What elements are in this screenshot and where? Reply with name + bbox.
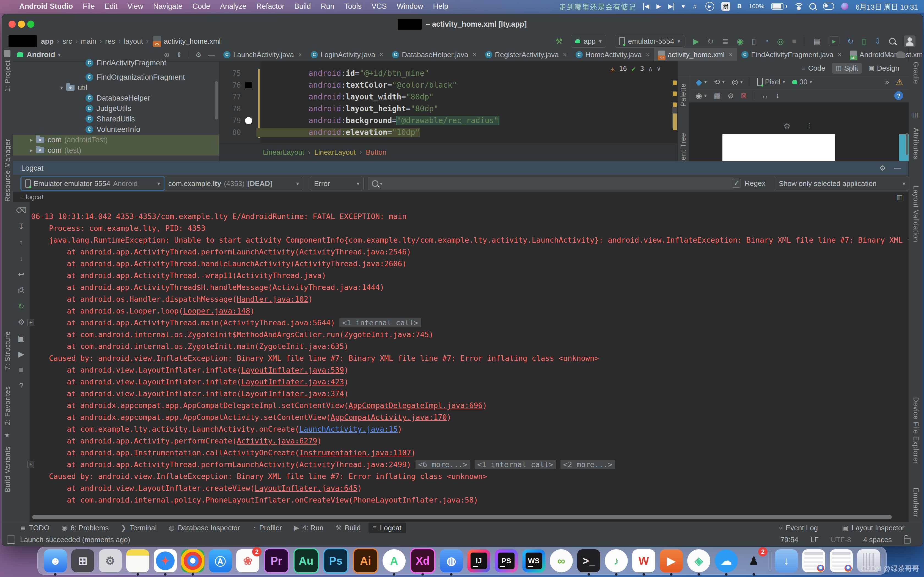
api-version-select[interactable]: 30▾ [792, 78, 812, 86]
sdk-manager-icon[interactable]: ⇩ [874, 37, 881, 46]
tree-item-databasehelper[interactable]: CDatabaseHelper [13, 93, 219, 103]
project-scrollbar[interactable] [215, 81, 218, 119]
logcat-device-select[interactable]: Emulator emulator-5554 Android ▾ [21, 177, 164, 190]
menu-navigate[interactable]: Navigate [153, 2, 183, 11]
apply-code-changes-icon[interactable]: ≣ [722, 37, 729, 46]
horizontal-arrows-icon[interactable]: ↔ [761, 92, 769, 100]
stack-trace-link[interactable]: AppCompatDelegateImpl.java:696 [349, 401, 483, 410]
control-center-icon[interactable] [823, 3, 834, 10]
logcat-search-input[interactable]: ▾ [368, 177, 733, 190]
gradle-elephant-icon[interactable] [896, 52, 905, 58]
collapsed-frames-badge[interactable]: <1 internal call> [339, 318, 421, 327]
logcat-settings-gear-icon[interactable]: ⚙ [879, 164, 886, 172]
logcat-view-tab[interactable]: ≡ logcat [19, 192, 44, 202]
menu-view[interactable]: View [127, 2, 143, 11]
code-line-78[interactable]: 78android:layout_height="80dp" [219, 103, 677, 114]
screenshot-icon[interactable]: ▣ [16, 333, 26, 343]
tree-item-com[interactable]: ▸com(androidTest) [13, 135, 219, 145]
restart-icon[interactable]: ↻ [16, 301, 26, 311]
dock-notes[interactable] [126, 549, 149, 572]
overflow-chevrons-icon[interactable]: » [885, 78, 889, 86]
menu-build[interactable]: Build [294, 2, 311, 11]
tool-button-gradle[interactable]: Gradle [912, 62, 920, 84]
dock-audition[interactable]: Au [293, 548, 319, 574]
up-stack-trace-icon[interactable]: ↑ [16, 237, 26, 247]
attach-debugger-icon[interactable]: ◎ [777, 37, 784, 46]
dock-terminal[interactable]: >_ [577, 549, 600, 572]
stack-trace-link[interactable]: Looper.java:148 [183, 307, 250, 315]
stack-trace-link[interactable]: LayoutInflater.java:423 [241, 377, 344, 386]
indent-setting[interactable]: 4 spaces [863, 535, 892, 544]
dock-adobe-xd[interactable]: Xd [410, 548, 435, 574]
code-line-76[interactable]: 76android:textColor="@color/black" [219, 79, 677, 91]
breadcrumb-item[interactable]: layout [124, 37, 143, 46]
logcat-filter-select[interactable]: Show only selected application ▾ [775, 177, 909, 190]
dock-android-tool[interactable]: A [383, 549, 405, 572]
run-button[interactable]: ▶ [693, 37, 699, 46]
dock-tencent-meeting[interactable]: ☁ [715, 549, 738, 572]
logcat-panel-header[interactable]: Logcat ⚙ — [13, 161, 908, 175]
mode-button-split[interactable]: ◫Split [832, 63, 862, 74]
regex-checkbox-box[interactable]: ✓ [732, 179, 741, 188]
run-tool-window-icon[interactable]: ▶ [829, 36, 839, 46]
device-for-preview-select[interactable]: Pixel▾ [758, 78, 785, 86]
menu-app-name[interactable]: Android Studio [19, 2, 73, 11]
build-hammer-icon[interactable]: ⚒ [556, 37, 562, 46]
tool-window-switcher-icon[interactable] [7, 535, 15, 544]
window-titlebar[interactable]: – activity_home.xml [lty.app] [2, 14, 922, 35]
tool-window-button-terminal[interactable]: ❯Terminal [116, 522, 161, 533]
clear-constraints-icon[interactable]: ⊠ [741, 92, 747, 100]
code-line-75[interactable]: 75android:id="@+id/btn_mine" [219, 67, 677, 79]
tree-item-com[interactable]: ▸com(test) [13, 145, 219, 156]
logcat-process-select[interactable]: com.example.lty (4353) [DEAD] ▾ [164, 177, 303, 190]
menu-edit[interactable]: Edit [105, 2, 118, 11]
editor-breadcrumb-linearlayout[interactable]: LinearLayout [263, 148, 304, 156]
dock-phpstorm[interactable]: PS [495, 549, 518, 572]
menu-run[interactable]: Run [321, 2, 334, 11]
music-app-icon[interactable]: ♬ [692, 3, 698, 10]
tab-launchactivity-java[interactable]: CLaunchActivity.java× [219, 48, 306, 61]
play-circle-icon[interactable]: ▶ [705, 2, 714, 11]
collapsed-frames-badge[interactable]: <1 internal call> [475, 460, 556, 469]
tab-close-icon[interactable]: × [646, 51, 649, 58]
breadcrumb-file[interactable]: activity_home.xml [164, 37, 221, 46]
design-scrollbar[interactable] [906, 133, 908, 155]
palette-label[interactable]: Palette [679, 83, 687, 106]
view-options-icon[interactable]: ◉▾ [696, 92, 707, 100]
editor-scrollbar[interactable] [672, 105, 677, 130]
dock-qq-music[interactable]: ♪ [605, 549, 628, 572]
menu-help[interactable]: Help [433, 2, 448, 11]
logcat-horizontal-scrollbar[interactable] [32, 515, 892, 519]
tree-item-findactivityfragment[interactable]: CFindActivityFragment [13, 58, 219, 68]
menu-vcs[interactable]: VCS [372, 2, 387, 11]
tool-window-button-build[interactable]: ⚒Build [331, 522, 365, 533]
grid-icon[interactable]: ▦ [714, 92, 721, 100]
regex-checkbox[interactable]: ✓ Regex [732, 177, 765, 190]
down-stack-trace-icon[interactable]: ↓ [16, 253, 26, 263]
debug-bug-icon[interactable]: ◉ [737, 37, 743, 46]
tab-close-icon[interactable]: × [838, 51, 842, 58]
code-editor[interactable]: 75android:id="@+id/btn_mine"76android:te… [219, 61, 677, 143]
soft-wrap-icon[interactable]: ↩ [16, 269, 26, 279]
dock-chrome-window-2[interactable] [830, 549, 853, 572]
breadcrumb-item[interactable]: src [62, 37, 72, 46]
dock-colorful-rings-app[interactable]: ∞ [550, 549, 573, 572]
logcat-level-select[interactable]: Error ▾ [310, 177, 363, 190]
editor-inspection-widget[interactable]: ⚠ 16 ✔ 3 ∧ ∨ [610, 64, 661, 73]
avd-manager-icon[interactable]: ▯ [862, 37, 866, 46]
line-separator[interactable]: LF [811, 535, 819, 544]
project-tool-icon[interactable] [4, 50, 10, 57]
dock-webstorm[interactable]: WS [522, 549, 545, 572]
tree-chevron-icon[interactable]: ▸ [27, 137, 36, 143]
device-select[interactable]: emulator-5554 ▾ [615, 35, 685, 48]
editor-breadcrumb-linearlayout[interactable]: LinearLayout [314, 148, 355, 156]
tool-window-button-4-run[interactable]: ▶4: Run [289, 522, 328, 533]
dock-illustrator[interactable]: Ai [353, 548, 378, 574]
tab-loginactivity-java[interactable]: CLoginActivity.java× [306, 48, 388, 61]
search-everywhere-icon[interactable] [889, 38, 896, 45]
tree-item-judgeutils[interactable]: CJudgeUtils [13, 103, 219, 114]
user-avatar[interactable] [904, 35, 916, 47]
device-manager-icon[interactable]: ▤ [813, 37, 821, 46]
menu-code[interactable]: Code [192, 2, 210, 11]
next-issue-icon[interactable]: ∨ [657, 65, 661, 73]
